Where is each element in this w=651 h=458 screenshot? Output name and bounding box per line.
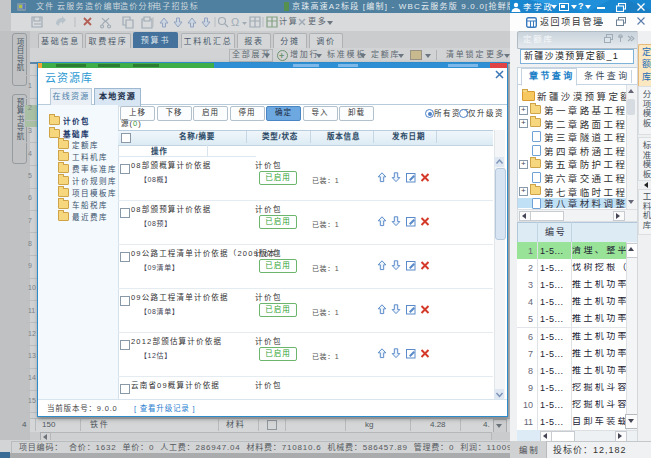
svg-text:Ω: Ω xyxy=(231,16,239,28)
